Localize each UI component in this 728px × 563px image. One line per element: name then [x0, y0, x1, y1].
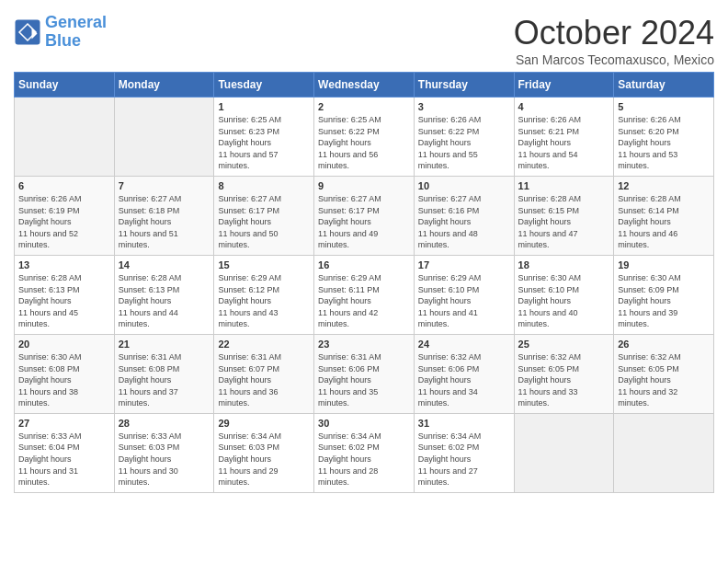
- header-thursday: Thursday: [414, 73, 514, 98]
- title-block: October 2024 San Marcos Tecomaxusco, Mex…: [514, 14, 714, 67]
- day-number: 29: [218, 418, 310, 429]
- calendar-cell-w4-d6: 25 Sunrise: 6:32 AM Sunset: 6:05 PM Dayl…: [514, 334, 614, 413]
- calendar-cell-w2-d5: 10 Sunrise: 6:27 AM Sunset: 6:16 PM Dayl…: [414, 176, 514, 255]
- cell-info: Sunrise: 6:26 AM Sunset: 6:22 PM Dayligh…: [418, 114, 510, 172]
- sunset-label: Sunset:: [18, 206, 47, 215]
- cell-info: Sunrise: 6:25 AM Sunset: 6:23 PM Dayligh…: [218, 114, 310, 172]
- daylight-label: Daylight hours: [618, 296, 671, 305]
- sunrise-label: Sunrise:: [218, 352, 248, 362]
- sunrise-label: Sunrise:: [518, 352, 549, 362]
- cell-info: Sunrise: 6:32 AM Sunset: 6:06 PM Dayligh…: [418, 351, 510, 409]
- day-number: 28: [119, 418, 210, 429]
- sunset-label: Sunset:: [418, 442, 447, 452]
- cell-info: Sunrise: 6:29 AM Sunset: 6:11 PM Dayligh…: [318, 272, 410, 330]
- cell-info: Sunrise: 6:34 AM Sunset: 6:02 PM Dayligh…: [318, 431, 410, 488]
- cell-info: Sunrise: 6:31 AM Sunset: 6:07 PM Dayligh…: [218, 351, 310, 409]
- daylight-label: Daylight hours: [418, 138, 472, 147]
- daylight-label: Daylight hours: [618, 138, 671, 147]
- sunrise-label: Sunrise:: [418, 352, 449, 362]
- daylight-label: Daylight hours: [119, 296, 172, 305]
- sunrise-label: Sunrise:: [18, 194, 49, 203]
- day-number: 7: [119, 180, 210, 191]
- calendar-cell-w1-d4: 2 Sunrise: 6:25 AM Sunset: 6:22 PM Dayli…: [314, 98, 415, 177]
- sunrise-label: Sunrise:: [418, 431, 449, 441]
- day-number: 8: [218, 180, 310, 191]
- day-number: 9: [318, 180, 410, 191]
- sunrise-label: Sunrise:: [318, 194, 348, 203]
- day-number: 6: [18, 180, 110, 191]
- sunrise-label: Sunrise:: [218, 115, 248, 124]
- cell-info: Sunrise: 6:33 AM Sunset: 6:04 PM Dayligh…: [18, 431, 110, 488]
- day-number: 14: [119, 259, 210, 270]
- day-number: 2: [318, 101, 410, 112]
- sunrise-label: Sunrise:: [119, 194, 149, 203]
- day-number: 18: [518, 259, 610, 270]
- daylight-label: Daylight hours: [18, 296, 72, 305]
- sunrise-label: Sunrise:: [18, 352, 49, 362]
- calendar-cell-w3-d6: 18 Sunrise: 6:30 AM Sunset: 6:10 PM Dayl…: [514, 255, 614, 334]
- calendar-cell-w2-d7: 12 Sunrise: 6:28 AM Sunset: 6:14 PM Dayl…: [614, 176, 714, 255]
- cell-info: Sunrise: 6:27 AM Sunset: 6:18 PM Dayligh…: [119, 193, 210, 251]
- cell-info: Sunrise: 6:32 AM Sunset: 6:05 PM Dayligh…: [618, 351, 710, 409]
- sunset-label: Sunset:: [119, 364, 147, 373]
- daylight-label: Daylight hours: [418, 375, 472, 385]
- calendar-week-2: 6 Sunrise: 6:26 AM Sunset: 6:19 PM Dayli…: [15, 176, 714, 255]
- daylight-label: Daylight hours: [318, 375, 371, 385]
- day-number: 12: [618, 180, 710, 191]
- sunset-label: Sunset:: [318, 127, 347, 136]
- daylight-label: Daylight hours: [318, 296, 371, 305]
- calendar-cell-w4-d5: 24 Sunrise: 6:32 AM Sunset: 6:06 PM Dayl…: [414, 334, 514, 413]
- calendar-week-3: 13 Sunrise: 6:28 AM Sunset: 6:13 PM Dayl…: [15, 255, 714, 334]
- calendar-cell-w1-d6: 4 Sunrise: 6:26 AM Sunset: 6:21 PM Dayli…: [514, 98, 614, 177]
- day-number: 22: [218, 339, 310, 350]
- location-title: San Marcos Tecomaxusco, Mexico: [514, 52, 714, 67]
- calendar-cell-w5-d6: [514, 413, 614, 492]
- sunrise-label: Sunrise:: [318, 273, 348, 282]
- calendar-cell-w2-d2: 7 Sunrise: 6:27 AM Sunset: 6:18 PM Dayli…: [114, 176, 214, 255]
- daylight-label: Daylight hours: [518, 375, 572, 385]
- calendar-cell-w5-d1: 27 Sunrise: 6:33 AM Sunset: 6:04 PM Dayl…: [15, 413, 115, 492]
- calendar-cell-w3-d3: 15 Sunrise: 6:29 AM Sunset: 6:12 PM Dayl…: [214, 255, 314, 334]
- daylight-label: Daylight hours: [618, 217, 671, 226]
- calendar-week-5: 27 Sunrise: 6:33 AM Sunset: 6:04 PM Dayl…: [15, 413, 714, 492]
- day-number: 19: [618, 259, 710, 270]
- daylight-label: Daylight hours: [418, 454, 472, 464]
- calendar-cell-w3-d7: 19 Sunrise: 6:30 AM Sunset: 6:09 PM Dayl…: [614, 255, 714, 334]
- daylight-label: Daylight hours: [418, 217, 472, 226]
- sunrise-label: Sunrise:: [318, 352, 348, 362]
- calendar-cell-w4-d2: 21 Sunrise: 6:31 AM Sunset: 6:08 PM Dayl…: [114, 334, 214, 413]
- sunset-label: Sunset:: [418, 364, 447, 373]
- daylight-label: Daylight hours: [418, 296, 472, 305]
- cell-info: Sunrise: 6:29 AM Sunset: 6:12 PM Dayligh…: [218, 272, 310, 330]
- sunset-label: Sunset:: [318, 442, 347, 452]
- sunrise-label: Sunrise:: [119, 273, 149, 282]
- cell-info: Sunrise: 6:28 AM Sunset: 6:13 PM Dayligh…: [18, 272, 110, 330]
- cell-info: Sunrise: 6:26 AM Sunset: 6:21 PM Dayligh…: [518, 114, 610, 172]
- sunrise-label: Sunrise:: [518, 273, 549, 282]
- calendar-cell-w4-d7: 26 Sunrise: 6:32 AM Sunset: 6:05 PM Dayl…: [614, 334, 714, 413]
- sunset-label: Sunset:: [518, 364, 547, 373]
- calendar-header-row: Sunday Monday Tuesday Wednesday Thursday…: [15, 73, 714, 98]
- cell-info: Sunrise: 6:30 AM Sunset: 6:10 PM Dayligh…: [518, 272, 610, 330]
- day-number: 3: [418, 101, 510, 112]
- calendar-cell-w5-d3: 29 Sunrise: 6:34 AM Sunset: 6:03 PM Dayl…: [214, 413, 314, 492]
- sunrise-label: Sunrise:: [618, 352, 648, 362]
- calendar-week-4: 20 Sunrise: 6:30 AM Sunset: 6:08 PM Dayl…: [15, 334, 714, 413]
- daylight-label: Daylight hours: [218, 375, 271, 385]
- sunset-label: Sunset:: [318, 364, 347, 373]
- calendar-cell-w1-d3: 1 Sunrise: 6:25 AM Sunset: 6:23 PM Dayli…: [214, 98, 314, 177]
- day-number: 5: [618, 101, 710, 112]
- daylight-label: Daylight hours: [18, 454, 72, 464]
- cell-info: Sunrise: 6:28 AM Sunset: 6:15 PM Dayligh…: [518, 193, 610, 251]
- sunset-label: Sunset:: [119, 206, 147, 215]
- header-monday: Monday: [114, 73, 214, 98]
- cell-info: Sunrise: 6:31 AM Sunset: 6:08 PM Dayligh…: [119, 351, 210, 409]
- logo-line2: Blue: [45, 31, 81, 50]
- day-number: 20: [18, 339, 110, 350]
- calendar-cell-w3-d4: 16 Sunrise: 6:29 AM Sunset: 6:11 PM Dayl…: [314, 255, 415, 334]
- logo: General Blue: [14, 14, 107, 51]
- day-number: 23: [318, 339, 410, 350]
- daylight-label: Daylight hours: [518, 217, 572, 226]
- calendar-week-1: 1 Sunrise: 6:25 AM Sunset: 6:23 PM Dayli…: [15, 98, 714, 177]
- cell-info: Sunrise: 6:25 AM Sunset: 6:22 PM Dayligh…: [318, 114, 410, 172]
